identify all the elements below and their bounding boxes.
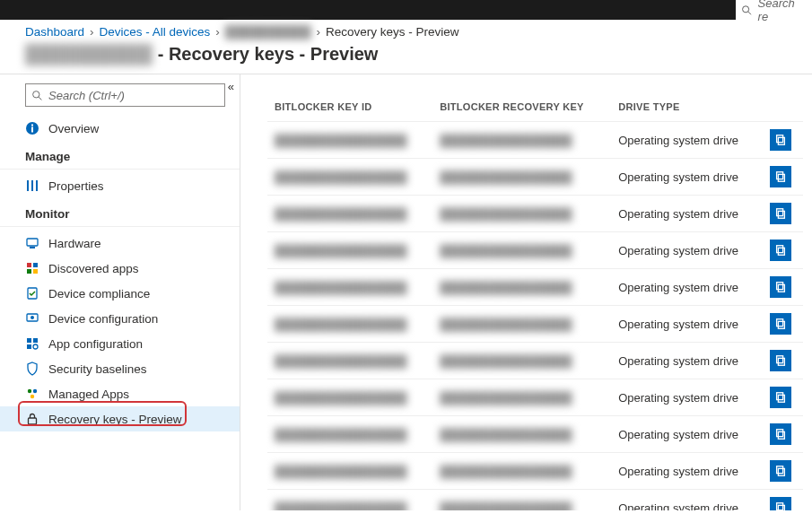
cell-drive-type: Operating system drive bbox=[611, 306, 763, 343]
sidebar-search[interactable]: Search (Ctrl+/) bbox=[25, 83, 225, 107]
breadcrumb-item: Recovery keys - Preview bbox=[326, 25, 459, 39]
copy-key-button[interactable] bbox=[770, 497, 791, 510]
cell-recovery-key: ████████████████ bbox=[432, 122, 611, 159]
search-icon bbox=[31, 90, 43, 101]
sidebar-item-label: Managed Apps bbox=[48, 388, 129, 401]
copy-key-button[interactable] bbox=[770, 387, 791, 408]
table-row: ████████████████████████████████Operatin… bbox=[267, 379, 803, 416]
svg-rect-45 bbox=[778, 468, 784, 475]
sidebar-item-hardware[interactable]: Hardware bbox=[0, 231, 240, 256]
svg-rect-46 bbox=[777, 466, 783, 474]
cell-action bbox=[763, 306, 803, 343]
svg-rect-15 bbox=[33, 269, 38, 274]
cell-key-id: ████████████████ bbox=[267, 379, 432, 416]
svg-rect-33 bbox=[778, 248, 784, 255]
col-drive-type[interactable]: DRIVE TYPE bbox=[611, 96, 763, 122]
breadcrumb-item[interactable]: Devices - All devices bbox=[100, 25, 211, 39]
hardware-icon bbox=[25, 236, 39, 250]
cell-recovery-key: ████████████████ bbox=[432, 453, 611, 490]
cell-key-id: ████████████████ bbox=[267, 159, 432, 196]
sidebar-item-managed-apps[interactable]: Managed Apps bbox=[0, 381, 240, 406]
cell-key-id: ████████████████ bbox=[267, 490, 432, 511]
svg-rect-28 bbox=[777, 135, 783, 143]
recovery-keys-table: BITLOCKER KEY ID BITLOCKER RECOVERY KEY … bbox=[267, 96, 803, 510]
table-row: ████████████████████████████████Operatin… bbox=[267, 416, 803, 453]
svg-rect-48 bbox=[777, 503, 783, 510]
cell-key-id: ████████████████ bbox=[267, 269, 432, 306]
breadcrumb-sep: › bbox=[90, 25, 94, 39]
svg-rect-26 bbox=[29, 418, 37, 424]
copy-key-button[interactable] bbox=[770, 313, 791, 335]
cell-recovery-key: ████████████████ bbox=[432, 196, 611, 232]
table-row: ████████████████████████████████Operatin… bbox=[267, 232, 803, 269]
svg-rect-38 bbox=[777, 319, 783, 327]
cell-drive-type: Operating system drive bbox=[611, 269, 763, 306]
svg-rect-10 bbox=[27, 239, 38, 246]
lock-icon bbox=[25, 412, 39, 426]
svg-point-2 bbox=[33, 91, 39, 97]
sidebar-item-security-baselines[interactable]: Security baselines bbox=[0, 356, 240, 381]
cell-drive-type: Operating system drive bbox=[611, 159, 763, 196]
page-title: ██████████ - Recovery keys - Preview bbox=[0, 40, 812, 74]
title-text: - Recovery keys - Preview bbox=[158, 44, 379, 65]
svg-rect-37 bbox=[778, 321, 784, 328]
sidebar-item-recovery-keys[interactable]: Recovery keys - Preview bbox=[0, 406, 240, 431]
breadcrumb-item[interactable]: Dashboard bbox=[25, 25, 84, 39]
copy-key-button[interactable] bbox=[770, 423, 791, 445]
col-key-id[interactable]: BITLOCKER KEY ID bbox=[267, 96, 432, 122]
cell-drive-type: Operating system drive bbox=[611, 416, 763, 453]
svg-point-23 bbox=[28, 389, 31, 393]
sidebar-item-overview[interactable]: Overview bbox=[0, 116, 240, 141]
svg-line-3 bbox=[39, 97, 41, 100]
global-search-placeholder: Search re bbox=[758, 0, 807, 23]
cell-recovery-key: ████████████████ bbox=[432, 306, 611, 343]
collapse-sidebar-button[interactable]: « bbox=[228, 80, 234, 93]
copy-key-button[interactable] bbox=[770, 350, 791, 371]
sidebar-item-discovered-apps[interactable]: Discovered apps bbox=[0, 256, 240, 281]
svg-rect-9 bbox=[36, 180, 38, 191]
cell-recovery-key: ████████████████ bbox=[432, 416, 611, 453]
svg-line-1 bbox=[748, 12, 751, 14]
cell-action bbox=[763, 159, 803, 196]
col-recovery-key[interactable]: BITLOCKER RECOVERY KEY bbox=[432, 96, 611, 122]
properties-icon bbox=[25, 179, 39, 193]
sidebar: « Search (Ctrl+/) Overview ManagePropert… bbox=[0, 74, 240, 510]
svg-rect-5 bbox=[31, 127, 33, 133]
table-row: ████████████████████████████████Operatin… bbox=[267, 490, 803, 511]
cell-recovery-key: ████████████████ bbox=[432, 159, 611, 196]
svg-point-25 bbox=[31, 395, 34, 398]
table-row: ████████████████████████████████Operatin… bbox=[267, 196, 803, 232]
copy-key-button[interactable] bbox=[770, 276, 791, 298]
cell-key-id: ████████████████ bbox=[267, 416, 432, 453]
global-search[interactable]: Search re bbox=[736, 0, 812, 20]
cell-action bbox=[763, 122, 803, 159]
svg-rect-6 bbox=[31, 125, 33, 126]
svg-rect-43 bbox=[778, 431, 784, 439]
svg-rect-8 bbox=[31, 180, 33, 191]
svg-rect-41 bbox=[778, 395, 784, 402]
sidebar-section-label: Monitor bbox=[0, 198, 240, 227]
cell-drive-type: Operating system drive bbox=[611, 453, 763, 490]
copy-key-button[interactable] bbox=[770, 203, 791, 224]
sidebar-item-label: Device compliance bbox=[48, 287, 150, 301]
search-icon bbox=[741, 4, 753, 16]
sidebar-item-properties[interactable]: Properties bbox=[0, 173, 240, 198]
cell-recovery-key: ████████████████ bbox=[432, 490, 611, 511]
svg-rect-30 bbox=[777, 172, 783, 179]
cell-key-id: ████████████████ bbox=[267, 306, 432, 343]
sidebar-item-label: Hardware bbox=[48, 237, 101, 250]
svg-rect-32 bbox=[777, 209, 783, 216]
top-bar: Search re bbox=[0, 0, 812, 20]
copy-key-button[interactable] bbox=[770, 166, 791, 187]
svg-rect-14 bbox=[27, 269, 31, 274]
cell-key-id: ████████████████ bbox=[267, 453, 432, 490]
copy-key-button[interactable] bbox=[770, 240, 791, 261]
sidebar-item-device-compliance[interactable]: Device compliance bbox=[0, 281, 240, 306]
sidebar-item-app-configuration[interactable]: App configuration bbox=[0, 331, 240, 356]
svg-rect-42 bbox=[777, 393, 783, 400]
svg-rect-13 bbox=[33, 263, 38, 267]
sidebar-item-device-configuration[interactable]: Device configuration bbox=[0, 306, 240, 331]
copy-key-button[interactable] bbox=[770, 460, 791, 482]
svg-rect-35 bbox=[778, 284, 784, 292]
copy-key-button[interactable] bbox=[770, 129, 791, 151]
